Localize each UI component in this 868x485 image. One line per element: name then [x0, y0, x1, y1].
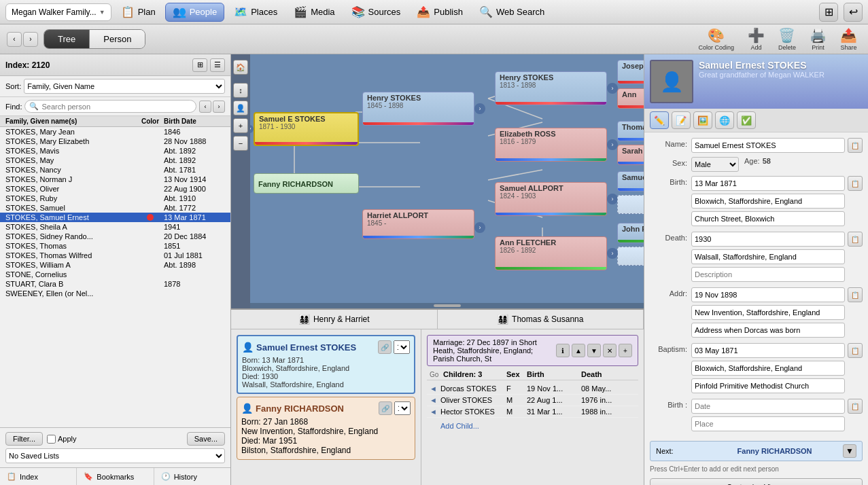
person-list-item[interactable]: STONE, Cornelius: [0, 270, 230, 279]
death-copy-btn[interactable]: 📋: [848, 232, 863, 247]
spouse-person-card[interactable]: 👤 Fanny RICHARDSON 🔗 1 Born: 27 Jan 1868…: [237, 397, 415, 460]
node-thomas-rofs[interactable]: Thomas ROFS: [617, 121, 644, 141]
next-expand-btn[interactable]: ▼: [843, 444, 856, 458]
menu-web-search[interactable]: 🔍 Web Search: [472, 3, 551, 22]
right-tool-edit-btn[interactable]: ✏️: [650, 111, 669, 129]
customize-view-btn[interactable]: Customize View...: [650, 478, 863, 485]
back-icon-btn[interactable]: ↩: [844, 3, 863, 22]
birth-place1-input[interactable]: [691, 194, 845, 209]
arrow-ann-fletcher[interactable]: ›: [607, 248, 618, 259]
birth2-copy-btn[interactable]: 📋: [848, 399, 863, 414]
birth2-place-input[interactable]: [691, 416, 845, 431]
person-list-item[interactable]: STUART, Clara B 1878: [0, 279, 230, 289]
index-view-btn[interactable]: ☰: [210, 58, 225, 72]
card-number-select[interactable]: 1: [394, 340, 410, 354]
addr-place2-input[interactable]: [691, 323, 845, 338]
node-samuel-subject[interactable]: ▼ Samuel E STOKES 1871 - 1930: [254, 112, 359, 146]
marriage-add-btn[interactable]: +: [619, 344, 632, 357]
search-input[interactable]: [41, 103, 192, 111]
sex-select[interactable]: Male Female: [691, 157, 739, 172]
person-list-item[interactable]: STOKES, Sheila A 1941: [0, 222, 230, 232]
node-ann-joseph-wife[interactable]: Ann: [617, 88, 644, 109]
right-tool-media-btn[interactable]: 🖼️: [693, 111, 712, 129]
baptism-place2-input[interactable]: [691, 378, 845, 393]
node-samuel-allport-top[interactable]: Samuel ALLPORT: [617, 171, 644, 192]
person-list-item[interactable]: STOKES, Thomas Wilfred 01 Jul 1881: [0, 251, 230, 260]
person-list-item[interactable]: STOKES, Samuel Ernest 13 Mar 1871: [0, 213, 230, 222]
node-henry-1845[interactable]: Henry STOKES 1845 - 1898: [362, 92, 474, 126]
addr-place1-input[interactable]: [691, 305, 845, 320]
node-sarah-q[interactable]: Sarah ?: [617, 145, 644, 165]
child-row[interactable]: ◄ Oliver STOKES M 22 Aug 1... 1976 in...: [427, 395, 638, 406]
tree-person-btn[interactable]: 👤: [233, 101, 248, 115]
person-list-item[interactable]: SWEENEY, Ellen (or Nel...: [0, 289, 230, 298]
marriage-info-btn[interactable]: ℹ: [556, 344, 570, 357]
person-list-item[interactable]: STOKES, May Abt. 1892: [0, 156, 230, 165]
person-list-item[interactable]: STOKES, Thomas 1851: [0, 241, 230, 251]
addr-copy-btn[interactable]: 📋: [848, 287, 863, 302]
footer-history[interactable]: 🕐 History: [154, 468, 230, 485]
add-mother-allport[interactable]: Add Mother...: [617, 195, 644, 214]
baptism-date-input[interactable]: [691, 343, 845, 358]
footer-bookmarks[interactable]: 🔖 Bookmarks: [77, 468, 154, 485]
person-list-item[interactable]: STOKES, Sidney Rando... 20 Dec 1884: [0, 232, 230, 241]
baptism-copy-btn[interactable]: 📋: [848, 343, 863, 358]
arrow-samuel-1824[interactable]: ›: [607, 194, 618, 204]
spouse-number-select[interactable]: 1: [394, 401, 411, 415]
filter-btn[interactable]: Filter...: [5, 432, 43, 446]
card-person-link-btn[interactable]: 🔗: [378, 340, 392, 354]
tree-home-btn[interactable]: 🏠: [233, 60, 248, 75]
spouse-link-btn[interactable]: 🔗: [379, 401, 392, 415]
person-list-item[interactable]: STOKES, Samuel Abt. 1772: [0, 203, 230, 213]
birth-date-input[interactable]: [691, 176, 845, 191]
node-john-fletcher[interactable]: John FLETCHER: [617, 223, 644, 243]
print-btn[interactable]: 🖨️ Print: [805, 26, 831, 52]
person-list-item[interactable]: STOKES, Norman J 13 Nov 1914: [0, 175, 230, 184]
person-list-item[interactable]: STOKES, Mavis Abt. 1892: [0, 146, 230, 156]
nav-forward-btn[interactable]: ›: [23, 32, 38, 47]
menu-people[interactable]: 👥 People: [165, 3, 224, 22]
arrow-henry1813[interactable]: ›: [607, 83, 618, 94]
child-row[interactable]: ◄ Hector STOKES M 31 Mar 1... 1988 in...: [427, 406, 638, 418]
menu-sources[interactable]: 📚 Sources: [345, 3, 408, 22]
person-list-item[interactable]: STOKES, Ruby Abt. 1910: [0, 194, 230, 203]
save-btn[interactable]: Save...: [187, 432, 225, 446]
menu-plan[interactable]: 📋 Plan: [114, 3, 162, 22]
arrow-harriet[interactable]: ›: [474, 222, 485, 233]
marriage-down-btn[interactable]: ▼: [587, 344, 601, 357]
tree-nav-up-btn[interactable]: ↕: [233, 83, 248, 98]
menu-places[interactable]: 🗺️ Places: [227, 3, 284, 22]
person-list-item[interactable]: STOKES, Mary Elizabeth 28 Nov 1888: [0, 137, 230, 146]
grid-icon-btn[interactable]: ⊞: [819, 3, 838, 22]
death-desc-input[interactable]: [691, 267, 845, 282]
node-fanny-richardson[interactable]: Fanny RICHARDSON: [254, 173, 359, 194]
menu-media[interactable]: 🎬 Media: [287, 3, 341, 22]
addr-date-input[interactable]: [691, 287, 845, 302]
person-list-item[interactable]: STOKES, Mary Jean 1846: [0, 127, 230, 137]
marriage-delete-btn[interactable]: ✕: [603, 344, 617, 357]
tab-tree[interactable]: Tree: [44, 30, 90, 48]
sort-select[interactable]: Family, Given Name: [24, 79, 225, 94]
name-input[interactable]: [691, 138, 845, 153]
tab-person[interactable]: Person: [90, 30, 145, 48]
nav-back-btn[interactable]: ‹: [7, 32, 22, 47]
resize-handle[interactable]: [250, 303, 644, 308]
find-next-btn[interactable]: ›: [213, 101, 225, 113]
add-mother-fletcher[interactable]: Add Mother...: [617, 247, 644, 266]
person-photo[interactable]: 👤: [650, 60, 693, 103]
tree-zoom-in-btn[interactable]: +: [233, 118, 248, 133]
person-list-item[interactable]: STOKES, Nancy Abt. 1781: [0, 165, 230, 175]
arrow-henry1845[interactable]: ›: [474, 103, 485, 114]
birth-copy-btn[interactable]: 📋: [848, 176, 863, 191]
share-btn[interactable]: 📤 Share: [836, 26, 861, 52]
color-coding-btn[interactable]: 🎨 Color Coding: [694, 26, 738, 52]
find-prev-btn[interactable]: ‹: [199, 101, 211, 113]
apply-checkbox[interactable]: [47, 435, 56, 444]
add-btn[interactable]: ➕ Add: [744, 26, 769, 52]
birth-place2-input[interactable]: [691, 211, 845, 226]
node-elizabeth-ross[interactable]: Elizabeth ROSS 1816 - 1879: [495, 128, 607, 162]
subject-person-card[interactable]: 👤 Samuel Ernest STOKES 🔗 1 Born: 13 Mar …: [237, 335, 415, 394]
menu-publish[interactable]: 📤 Publish: [410, 3, 470, 22]
birth2-date-input[interactable]: [691, 399, 845, 414]
add-child-link[interactable]: Add Child...: [427, 420, 638, 431]
